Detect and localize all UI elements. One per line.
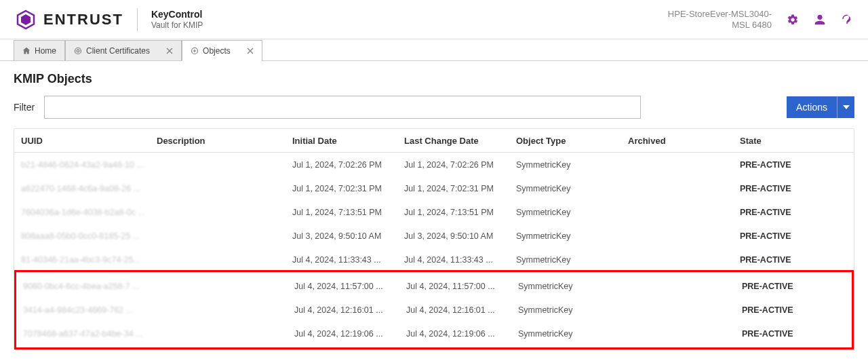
last-change-date-cell: Jul 3, 2024, 9:50:10 AM — [404, 231, 516, 241]
state-cell: PRE-ACTIVE — [740, 208, 855, 217]
table-row[interactable]: a622470-1468-4c6a-9a08-26 ...Jul 1, 2024… — [14, 176, 854, 200]
uuid-cell: 3414-a4-984c23-4669-762 ... — [23, 305, 159, 315]
col-last-change-date[interactable]: Last Change Date — [404, 136, 516, 146]
state-cell: PRE-ACTIVE — [740, 184, 855, 193]
filter-row: Filter Actions — [14, 96, 854, 119]
home-icon — [22, 47, 31, 55]
objects-icon — [191, 47, 199, 55]
col-uuid[interactable]: UUID — [21, 136, 157, 146]
tab-home[interactable]: Home — [14, 40, 65, 60]
cert-icon — [74, 47, 82, 55]
col-initial-date[interactable]: Initial Date — [292, 136, 404, 146]
col-state[interactable]: State — [740, 136, 855, 146]
uuid-cell: 81-40346-21aa-4bc3-9c74-25... — [21, 255, 157, 265]
object-type-cell: SymmetricKey — [516, 160, 628, 170]
brand-name: ENTRUST — [43, 11, 123, 28]
col-object-type[interactable]: Object Type — [516, 136, 628, 146]
last-change-date-cell: Jul 1, 2024, 7:02:31 PM — [404, 184, 516, 193]
last-change-date-cell: Jul 1, 2024, 7:02:26 PM — [404, 160, 516, 170]
initial-date-cell: Jul 3, 2024, 9:50:10 AM — [292, 231, 404, 241]
object-type-cell: SymmetricKey — [518, 282, 630, 291]
gear-icon[interactable] — [787, 14, 799, 26]
tab-label: Home — [35, 46, 56, 56]
product-subtitle: Vault for KMIP — [151, 20, 203, 30]
chevron-down-icon — [837, 96, 854, 118]
tab-strip: Home Client Certificates Objects — [0, 39, 868, 61]
tab-objects[interactable]: Objects — [182, 40, 262, 60]
object-type-cell: SymmetricKey — [516, 231, 628, 241]
col-archived[interactable]: Archived — [628, 136, 740, 146]
top-bar: ENTRUST KeyControl Vault for KMIP HPE-St… — [0, 0, 868, 39]
page-title: KMIP Objects — [14, 72, 854, 86]
last-change-date-cell: Jul 4, 2024, 11:33:43 ... — [404, 255, 516, 265]
tab-label: Client Certificates — [86, 46, 150, 56]
uuid-cell: b21-4846-0624-43a2-9a48-10 ... — [21, 160, 157, 170]
svg-point-3 — [77, 50, 79, 52]
state-cell: PRE-ACTIVE — [740, 231, 855, 241]
initial-date-cell: Jul 1, 2024, 7:02:31 PM — [292, 184, 404, 193]
table-header: UUID Description Initial Date Last Chang… — [14, 129, 854, 153]
tab-label: Objects — [203, 46, 231, 56]
help-icon[interactable] — [841, 14, 853, 26]
product-block: KeyControl Vault for KMIP — [151, 9, 203, 30]
topbar-right: HPE-StoreEver-MSL3040-MSL 6480 — [663, 9, 853, 30]
object-type-cell: SymmetricKey — [516, 208, 628, 217]
svg-point-2 — [75, 48, 81, 54]
last-change-date-cell: Jul 1, 2024, 7:13:51 PM — [404, 208, 516, 217]
table-row[interactable]: 808aaa8-05b0-0cc0-8185-25 ...Jul 3, 2024… — [14, 224, 854, 248]
uuid-cell: 7604036a-1d6e-4038-b2a8-0c ... — [21, 208, 157, 217]
object-type-cell: SymmetricKey — [518, 329, 630, 339]
actions-button[interactable]: Actions — [787, 96, 854, 118]
content-area: KMIP Objects Filter Actions UUID Descrip… — [0, 61, 868, 361]
close-icon[interactable] — [247, 48, 254, 54]
last-change-date-cell: Jul 4, 2024, 12:16:01 ... — [406, 305, 518, 315]
state-cell: PRE-ACTIVE — [742, 329, 857, 339]
initial-date-cell: Jul 1, 2024, 7:13:51 PM — [292, 208, 404, 217]
state-cell: PRE-ACTIVE — [740, 160, 855, 170]
hexagon-logo-icon — [15, 9, 37, 31]
divider — [137, 8, 138, 31]
state-cell: PRE-ACTIVE — [742, 282, 857, 291]
filter-label: Filter — [14, 102, 35, 113]
brand-block: ENTRUST — [15, 9, 123, 31]
table-row[interactable]: 7078468-a637-47a2-b4be-34 ...Jul 4, 2024… — [16, 322, 852, 345]
col-description[interactable]: Description — [157, 136, 292, 146]
uuid-cell: 808aaa8-05b0-0cc0-8185-25 ... — [21, 231, 157, 241]
object-type-cell: SymmetricKey — [516, 184, 628, 193]
tab-client-certificates[interactable]: Client Certificates — [65, 40, 182, 60]
state-cell: PRE-ACTIVE — [742, 305, 857, 315]
actions-label: Actions — [787, 96, 837, 118]
last-change-date-cell: Jul 4, 2024, 11:57:00 ... — [406, 282, 518, 291]
tenant-name: HPE-StoreEver-MSL3040-MSL 6480 — [663, 9, 772, 30]
object-type-cell: SymmetricKey — [516, 255, 628, 265]
close-icon[interactable] — [166, 48, 173, 54]
highlighted-rows: 9060-0bc4-6cc-4bea-a258-7 ...Jul 4, 2024… — [14, 270, 854, 349]
table-row[interactable]: 7604036a-1d6e-4038-b2a8-0c ...Jul 1, 202… — [14, 200, 854, 224]
initial-date-cell: Jul 1, 2024, 7:02:26 PM — [292, 160, 404, 170]
uuid-cell: a622470-1468-4c6a-9a08-26 ... — [21, 184, 157, 193]
table-row[interactable]: 81-40346-21aa-4bc3-9c74-25...Jul 4, 2024… — [14, 248, 854, 271]
initial-date-cell: Jul 4, 2024, 11:57:00 ... — [294, 282, 406, 291]
product-name: KeyControl — [151, 9, 203, 20]
table-row[interactable]: b21-4846-0624-43a2-9a48-10 ...Jul 1, 202… — [14, 153, 854, 176]
svg-marker-1 — [21, 14, 31, 25]
initial-date-cell: Jul 4, 2024, 11:33:43 ... — [292, 255, 404, 265]
table-row[interactable]: 9060-0bc4-6cc-4bea-a258-7 ...Jul 4, 2024… — [16, 274, 852, 298]
table-row[interactable]: 3414-a4-984c23-4669-762 ...Jul 4, 2024, … — [16, 298, 852, 322]
uuid-cell: 9060-0bc4-6cc-4bea-a258-7 ... — [23, 282, 159, 291]
state-cell: PRE-ACTIVE — [740, 255, 855, 265]
object-type-cell: SymmetricKey — [518, 305, 630, 315]
initial-date-cell: Jul 4, 2024, 12:16:01 ... — [294, 305, 406, 315]
initial-date-cell: Jul 4, 2024, 12:19:06 ... — [294, 329, 406, 339]
last-change-date-cell: Jul 4, 2024, 12:19:06 ... — [406, 329, 518, 339]
uuid-cell: 7078468-a637-47a2-b4be-34 ... — [23, 329, 159, 339]
user-icon[interactable] — [814, 14, 826, 26]
filter-input[interactable] — [44, 96, 641, 119]
objects-table: UUID Description Initial Date Last Chang… — [14, 128, 854, 350]
